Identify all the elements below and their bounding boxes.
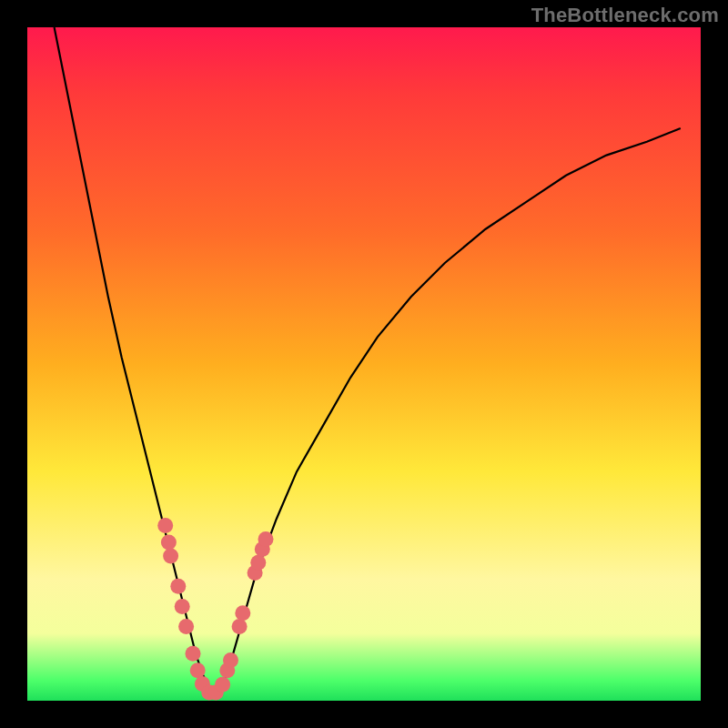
- marker-dot: [190, 662, 206, 678]
- marker-dot: [235, 605, 250, 621]
- marker-dot: [250, 555, 266, 571]
- marker-dot: [161, 535, 177, 551]
- bottleneck-curve: [55, 27, 681, 694]
- marker-dot: [215, 677, 230, 693]
- plot-area: [27, 27, 701, 701]
- marker-dot: [223, 652, 238, 668]
- marker-dot: [170, 579, 186, 594]
- marker-dot: [157, 518, 173, 533]
- chart-svg: [27, 27, 701, 701]
- marker-dot: [178, 619, 194, 634]
- outer-frame: TheBottleneck.com: [0, 0, 728, 728]
- marker-dot: [232, 619, 248, 634]
- curve-markers: [157, 518, 273, 701]
- marker-dot: [258, 531, 274, 547]
- marker-dot: [186, 646, 201, 662]
- marker-dot: [175, 599, 190, 614]
- marker-dot: [163, 548, 178, 563]
- watermark-text: TheBottleneck.com: [531, 4, 719, 27]
